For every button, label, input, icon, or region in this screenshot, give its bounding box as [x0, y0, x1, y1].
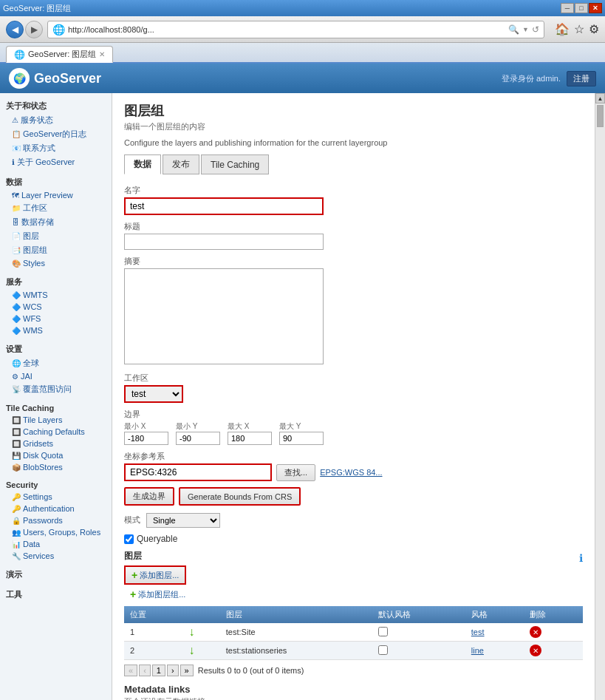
disk-quota-icon: 💾 [12, 452, 21, 460]
sidebar-item-data-security[interactable]: 📊 Data [0, 538, 112, 550]
sidebar-item-gridsets[interactable]: 🔲 Gridsets [0, 438, 112, 449]
refresh-icon[interactable]: ↺ [532, 24, 539, 35]
tab-data[interactable]: 数据 [124, 154, 161, 174]
sidebar-item-passwords[interactable]: 🔒 Passwords [0, 514, 112, 526]
wms-icon: 🔷 [12, 327, 21, 335]
sidebar-item-authentication[interactable]: 🔑 Authentication [0, 503, 112, 514]
row-style: line [465, 642, 524, 660]
style-link[interactable]: test [471, 628, 485, 636]
sidebar-item-service-status[interactable]: ⚠ 服务状态 [0, 113, 112, 127]
maximize-button[interactable]: □ [575, 3, 588, 13]
row-default-style[interactable] [372, 642, 465, 660]
workspace-select[interactable]: test [124, 385, 183, 403]
sidebar-item-wfs[interactable]: 🔷 WFS [0, 313, 112, 324]
tab-publish[interactable]: 发布 [163, 154, 199, 174]
name-input[interactable] [124, 197, 324, 215]
title-input[interactable] [124, 234, 324, 250]
sidebar-item-workspace[interactable]: 📁 工作区 [0, 201, 112, 215]
sidebar-item-styles[interactable]: 🎨 Styles [0, 257, 112, 269]
logo-text: GeoServer [34, 71, 101, 86]
sidebar-item-wms[interactable]: 🔷 WMS [0, 324, 112, 336]
col-layer: 图层 [220, 606, 372, 623]
add-group-plus-icon: + [130, 588, 136, 600]
star-icon[interactable]: ☆ [574, 22, 584, 36]
services-icon: 🔧 [12, 552, 21, 560]
tile-layers-icon: 🔲 [12, 416, 21, 424]
tab-close-icon[interactable]: ✕ [99, 50, 105, 58]
metadata-title: Metadata links [124, 684, 583, 695]
scrollbar-track[interactable]: ▲ [595, 93, 605, 700]
min-x-input[interactable] [124, 432, 168, 445]
max-y-label: 最大 Y [279, 421, 324, 432]
sidebar-item-contact[interactable]: 📧 联系方式 [0, 141, 112, 155]
find-button[interactable]: 查找... [276, 464, 315, 481]
last-page-button[interactable]: » [180, 665, 194, 676]
sidebar-item-disk-quota[interactable]: 💾 Disk Quota [0, 449, 112, 461]
delete-row-button[interactable]: ✕ [530, 626, 541, 638]
sidebar-item-services[interactable]: 🔧 Services [0, 550, 112, 562]
generate-bounds-from-crs-button[interactable]: Generate Bounds From CRS [179, 487, 301, 506]
col-style: 风格 [465, 606, 524, 623]
sidebar-item-settings[interactable]: 🔑 Settings [0, 491, 112, 503]
sidebar-section-settings: 设置 [0, 339, 112, 356]
register-button[interactable]: 注册 [567, 71, 596, 86]
forward-button[interactable]: ▶ [25, 21, 43, 38]
settings-icon[interactable]: ⚙ [589, 22, 599, 36]
sidebar-item-tile-layers[interactable]: 🔲 Tile Layers [0, 414, 112, 426]
abstract-textarea[interactable] [124, 268, 324, 364]
max-y-field: 最大 Y [279, 421, 324, 445]
sidebar-item-layers[interactable]: 📄 图层 [0, 229, 112, 243]
crs-input[interactable] [124, 463, 272, 481]
sidebar-item-wmts[interactable]: 🔷 WMTS [0, 289, 112, 301]
close-button[interactable]: ✕ [589, 3, 602, 13]
scroll-up-button[interactable]: ▲ [595, 93, 605, 103]
main-panel: 图层组 编辑一个图层组的内容 Configure the layers and … [112, 93, 595, 700]
back-button[interactable]: ◀ [6, 21, 24, 38]
next-page-button[interactable]: › [167, 665, 179, 676]
minimize-button[interactable]: ─ [561, 3, 574, 13]
layers-info-icon[interactable]: ℹ [579, 552, 583, 564]
sidebar-item-jai[interactable]: ⚙ JAI [0, 370, 112, 382]
add-layer-button[interactable]: + 添加图层... [124, 565, 186, 585]
security-settings-icon: 🔑 [12, 493, 21, 501]
sidebar-item-users-groups-roles[interactable]: 👥 Users, Groups, Roles [0, 526, 112, 538]
sidebar-item-layer-preview[interactable]: 🗺 Layer Preview [0, 189, 112, 201]
scroll-thumb[interactable] [597, 105, 604, 127]
sidebar-item-wcs[interactable]: 🔷 WCS [0, 301, 112, 313]
crs-label: 坐标参考系 [124, 451, 583, 462]
default-style-checkbox[interactable] [378, 627, 388, 636]
prev-page-button[interactable]: ‹ [139, 665, 151, 676]
tab-favicon: 🌐 [14, 50, 25, 60]
sidebar-item-caching-defaults[interactable]: 🔲 Caching Defaults [0, 426, 112, 438]
style-link[interactable]: line [471, 646, 484, 655]
delete-row-button[interactable]: ✕ [530, 645, 541, 656]
mode-select[interactable]: Single [146, 513, 220, 528]
workspace-icon: 📁 [12, 204, 21, 212]
sidebar-item-geoserver-log[interactable]: 📋 GeoServer的日志 [0, 127, 112, 141]
sidebar-item-about[interactable]: ℹ 关于 GeoServer [0, 155, 112, 169]
tab-tile-caching[interactable]: Tile Caching [201, 154, 269, 174]
max-x-input[interactable] [228, 432, 272, 445]
generate-bounds-button[interactable]: 生成边界 [124, 487, 174, 506]
sidebar-item-blobstores[interactable]: 📦 BlobStores [0, 461, 112, 473]
gridsets-icon: 🔲 [12, 440, 21, 448]
queryable-checkbox[interactable] [124, 534, 134, 544]
min-y-input[interactable] [176, 432, 220, 445]
row-default-style[interactable] [372, 623, 465, 642]
crs-link[interactable]: EPSG:WGS 84... [320, 468, 382, 477]
max-y-input[interactable] [279, 432, 324, 445]
sidebar-item-coverage-access[interactable]: 📡 覆盖范围访问 [0, 382, 112, 396]
add-layer-group-button[interactable]: + 添加图层组... [124, 588, 191, 600]
home-icon[interactable]: 🏠 [555, 22, 570, 36]
wmts-icon: 🔷 [12, 291, 21, 299]
default-style-checkbox[interactable] [378, 645, 388, 655]
page-1-button[interactable]: 1 [152, 665, 165, 676]
sidebar-item-global[interactable]: 🌐 全球 [0, 356, 112, 370]
sidebar-item-datastores[interactable]: 🗄 数据存储 [0, 215, 112, 229]
sidebar-item-layergroups[interactable]: 📑 图层组 [0, 243, 112, 257]
page-title: 图层组 [124, 102, 583, 120]
bounds-row: 边界 最小 X 最小 Y 最大 X [124, 409, 583, 445]
first-page-button[interactable]: « [124, 665, 137, 676]
abstract-field-row: 摘要 [124, 256, 583, 367]
browser-tab[interactable]: 🌐 GeoServer: 图层组 ✕ [6, 46, 113, 63]
